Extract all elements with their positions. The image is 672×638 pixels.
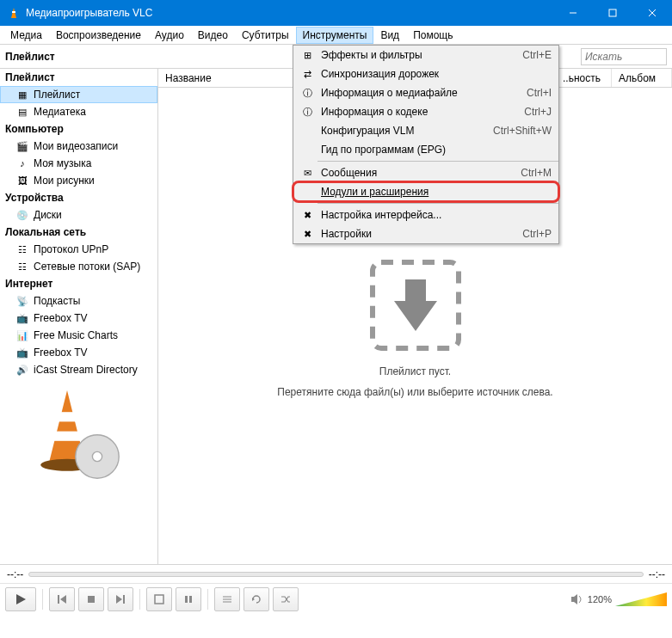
empty-line1: Плейлист пуст. <box>379 365 451 377</box>
freebox-icon: 📺 <box>15 311 29 325</box>
fullscreen-button[interactable] <box>146 587 172 611</box>
shuffle-button[interactable] <box>273 587 299 611</box>
next-button[interactable] <box>108 587 133 611</box>
svg-marker-16 <box>60 595 66 604</box>
album-art-placeholder <box>19 385 139 480</box>
sidebar-item-label: Подкасты <box>34 295 80 307</box>
tools-icon: ✖ <box>300 229 314 240</box>
menu-item[interactable]: ✖НастройкиCtrl+P <box>293 224 558 243</box>
menu-item[interactable]: Модули и расширения <box>293 182 558 201</box>
menu-item-label: Конфигурация VLM <box>321 125 486 137</box>
menu-item[interactable]: Гид по программам (EPG) <box>293 140 558 159</box>
sidebar-item[interactable]: 🖼Мои рисунки <box>0 172 157 189</box>
menu-субтитры[interactable]: Субтитры <box>235 27 296 44</box>
time-elapsed: --:-- <box>7 568 23 580</box>
svg-rect-15 <box>58 595 59 604</box>
menu-инструменты[interactable]: Инструменты <box>296 27 374 44</box>
sidebar-item-label: Моя музыка <box>34 157 91 169</box>
column-header[interactable]: Альбом <box>612 69 672 87</box>
library-icon: ▤ <box>15 105 29 119</box>
menu-воспроизведение[interactable]: Воспроизведение <box>49 27 148 44</box>
video-icon: 🎬 <box>15 139 29 153</box>
sidebar-item-label: Мои видеозаписи <box>34 140 118 152</box>
menu-item[interactable]: ⊞Эффекты и фильтрыCtrl+E <box>293 46 558 64</box>
disc-icon: 💿 <box>15 208 29 222</box>
menu-item[interactable]: ⓘИнформация о медиафайлеCtrl+I <box>293 83 558 102</box>
volume-slider[interactable] <box>615 591 667 608</box>
stop-button[interactable] <box>78 587 104 611</box>
stream-icon: 🔊 <box>15 363 29 377</box>
titlebar: Медиапроигрыватель VLC <box>0 0 672 26</box>
svg-rect-1 <box>12 11 15 13</box>
sidebar-item[interactable]: ☷Сетевые потоки (SAP) <box>0 258 157 275</box>
sidebar: Плейлист▦Плейлист▤МедиатекаКомпьютер🎬Мои… <box>0 69 158 564</box>
fx-icon: ⊞ <box>300 50 314 61</box>
sidebar-item[interactable]: 📊Free Music Charts <box>0 327 157 344</box>
maximize-button[interactable] <box>593 0 632 26</box>
sidebar-group: Устройства <box>0 189 157 206</box>
tools-icon: ✖ <box>300 210 314 221</box>
freebox-icon: 📺 <box>15 346 29 359</box>
playlist-view-button[interactable] <box>214 587 240 611</box>
menu-separator <box>318 203 558 204</box>
sidebar-item[interactable]: 💿Диски <box>0 206 157 224</box>
menubar: МедиаВоспроизведениеАудиоВидеоСубтитрыИн… <box>0 26 672 45</box>
menu-видео[interactable]: Видео <box>191 27 235 44</box>
volume-control[interactable]: 120% <box>570 591 667 608</box>
prev-button[interactable] <box>49 587 75 611</box>
sidebar-item-label: Freebox TV <box>34 347 87 359</box>
menu-item[interactable]: ⓘИнформация о кодекеCtrl+J <box>293 102 558 121</box>
menu-медиа[interactable]: Медиа <box>3 27 49 44</box>
sidebar-item-label: Сетевые потоки (SAP) <box>34 261 140 273</box>
search-input[interactable] <box>581 48 667 65</box>
menu-вид[interactable]: Вид <box>373 27 406 44</box>
svg-rect-22 <box>189 596 192 603</box>
ext-settings-button[interactable] <box>176 587 201 611</box>
svg-rect-19 <box>123 595 125 604</box>
svg-rect-17 <box>88 596 95 603</box>
sidebar-item[interactable]: 🎬Мои видеозаписи <box>0 138 157 155</box>
menu-item[interactable]: Конфигурация VLMCtrl+Shift+W <box>293 121 558 140</box>
drop-icon <box>364 254 467 357</box>
menu-separator <box>318 161 558 162</box>
sidebar-item[interactable]: 📺Freebox TV <box>0 344 157 361</box>
sidebar-item[interactable]: 📡Подкасты <box>0 292 157 310</box>
app-icon <box>7 6 21 20</box>
menu-item-label: Гид по программам (EPG) <box>321 144 552 156</box>
svg-marker-18 <box>116 595 122 604</box>
play-button[interactable] <box>5 587 36 611</box>
menu-shortcut: Ctrl+E <box>522 49 552 61</box>
upnp-icon: ☷ <box>15 242 29 256</box>
svg-marker-14 <box>16 594 26 604</box>
window-title: Медиапроигрыватель VLC <box>26 7 553 19</box>
seekbar: --:-- --:-- <box>0 564 672 583</box>
close-button[interactable] <box>632 0 672 26</box>
sidebar-item[interactable]: ▤Медиатека <box>0 103 157 120</box>
pictures-icon: 🖼 <box>15 174 29 187</box>
sidebar-item[interactable]: ♪Моя музыка <box>0 155 157 172</box>
time-total: --:-- <box>649 568 665 580</box>
menu-item[interactable]: ✉СообщенияCtrl+M <box>293 163 558 182</box>
menu-помощь[interactable]: Помощь <box>406 27 459 44</box>
sidebar-item[interactable]: ☷Протокол UPnP <box>0 241 157 258</box>
svg-rect-20 <box>155 595 163 604</box>
sidebar-item[interactable]: 📺Freebox TV <box>0 310 157 327</box>
menu-item-label: Сообщения <box>321 167 514 179</box>
menu-item[interactable]: ✖Настройка интерфейса... <box>293 206 558 224</box>
menu-аудио[interactable]: Аудио <box>148 27 191 44</box>
column-header[interactable]: ..ьность <box>556 69 612 87</box>
sidebar-item[interactable]: ▦Плейлист <box>0 86 157 103</box>
menu-item-label: Информация о кодеке <box>321 106 517 118</box>
sidebar-group: Локальная сеть <box>0 224 157 241</box>
menu-item-label: Синхронизация дорожек <box>321 68 552 80</box>
menu-item[interactable]: ⇄Синхронизация дорожек <box>293 64 558 83</box>
menu-item-label: Информация о медиафайле <box>321 87 520 99</box>
info-icon: ⓘ <box>300 106 314 119</box>
playlist-icon: ▦ <box>15 88 29 101</box>
loop-button[interactable] <box>244 587 269 611</box>
sidebar-item[interactable]: 🔊iCast Stream Directory <box>0 361 157 378</box>
menu-shortcut: Ctrl+I <box>527 87 552 99</box>
svg-marker-13 <box>394 279 437 331</box>
seek-track[interactable] <box>28 572 643 577</box>
minimize-button[interactable] <box>553 0 593 26</box>
